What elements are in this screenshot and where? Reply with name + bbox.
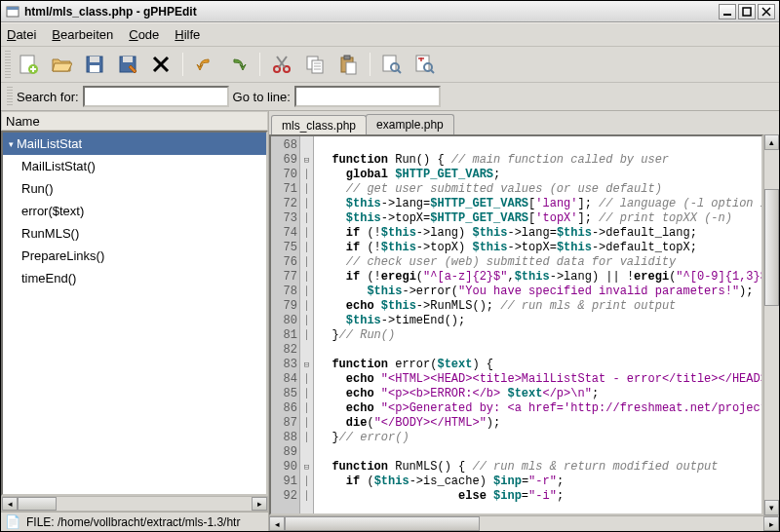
svg-rect-12 xyxy=(90,65,99,72)
app-icon xyxy=(5,4,20,19)
menubar: DateiBearbeitenCodeHilfe xyxy=(1,22,779,46)
svg-rect-11 xyxy=(90,57,99,62)
tree-item[interactable]: error($text) xyxy=(3,200,266,222)
sidebar: Name ▾MailListStatMailListStat()Run()err… xyxy=(1,111,269,531)
toolbar-separator xyxy=(259,53,260,76)
open-file-button[interactable] xyxy=(46,49,77,80)
undo-button[interactable] xyxy=(189,49,220,80)
svg-rect-14 xyxy=(123,57,133,62)
svg-rect-1 xyxy=(7,7,19,10)
toolbar-grip[interactable] xyxy=(5,51,11,78)
goto-input[interactable] xyxy=(294,86,441,107)
search-input[interactable] xyxy=(83,86,229,107)
toolbar xyxy=(1,46,779,83)
searchbar: Search for: Go to line: xyxy=(1,83,779,110)
scroll-left-icon[interactable]: ◂ xyxy=(2,497,18,511)
tree-item[interactable]: MailListStat() xyxy=(3,155,266,177)
line-gutter: 6869707172737475767778798081828384858687… xyxy=(271,136,300,513)
tab[interactable]: mls_class.php xyxy=(271,115,367,135)
close-file-button[interactable] xyxy=(145,49,176,80)
scroll-right-icon[interactable]: ▸ xyxy=(252,497,267,511)
tree-item[interactable]: ▾MailListStat xyxy=(3,133,266,155)
toolbar-separator xyxy=(182,53,183,76)
tree-item-label: Run() xyxy=(21,181,54,196)
goto-label: Go to line: xyxy=(233,90,291,104)
window-title: html/mls_class.php - gPHPEdit xyxy=(24,5,715,19)
scroll-thumb[interactable] xyxy=(764,189,779,306)
editor[interactable]: 6869707172737475767778798081828384858687… xyxy=(269,134,763,515)
sidebar-header[interactable]: Name xyxy=(1,111,268,131)
save-as-button[interactable] xyxy=(112,49,143,80)
scroll-up-icon[interactable]: ▴ xyxy=(764,134,779,150)
search-label: Search for: xyxy=(17,90,79,104)
tree-item-label: error($text) xyxy=(21,204,84,218)
redo-button[interactable] xyxy=(222,49,254,80)
save-button[interactable] xyxy=(79,49,110,80)
svg-line-34 xyxy=(431,70,434,73)
menu-code[interactable]: Code xyxy=(129,27,159,42)
cut-button[interactable] xyxy=(266,49,297,80)
file-icon: 📄 xyxy=(5,514,20,529)
close-button[interactable] xyxy=(758,4,775,19)
svg-line-31 xyxy=(398,70,401,73)
copy-button[interactable] xyxy=(299,49,331,80)
tab[interactable]: example.php xyxy=(366,114,454,134)
statusbar: 📄 FILE: /home/vollbracht/extract/mls-1.3… xyxy=(1,512,268,531)
new-file-button[interactable] xyxy=(13,49,44,80)
paste-button[interactable] xyxy=(332,49,364,80)
replace-button[interactable] xyxy=(410,49,441,80)
tree-expand-icon[interactable]: ▾ xyxy=(9,139,14,149)
status-text: FILE: /home/vollbracht/extract/mls-1.3/h… xyxy=(26,515,240,529)
menu-datei[interactable]: Datei xyxy=(7,27,36,42)
tab-bar: mls_class.phpexample.php xyxy=(269,111,779,134)
scroll-down-icon[interactable]: ▾ xyxy=(764,500,779,515)
titlebar: html/mls_class.php - gPHPEdit xyxy=(1,1,779,22)
tree-item-label: timeEnd() xyxy=(21,271,76,285)
scroll-left-icon[interactable]: ◂ xyxy=(269,516,285,531)
editor-panel: mls_class.phpexample.php 686970717273747… xyxy=(269,111,779,531)
editor-vscroll[interactable]: ▴ ▾ xyxy=(763,134,779,515)
class-tree[interactable]: ▾MailListStatMailListStat()Run()error($t… xyxy=(1,131,268,496)
tree-item-label: MailListStat() xyxy=(21,159,96,173)
tree-item[interactable]: Run() xyxy=(3,177,266,200)
sidebar-hscroll[interactable]: ◂ ▸ xyxy=(1,496,268,512)
menu-bearbeiten[interactable]: Bearbeiten xyxy=(52,27,113,42)
svg-rect-3 xyxy=(743,8,751,16)
scroll-thumb[interactable] xyxy=(285,516,480,531)
editor-hscroll[interactable]: ◂ ▸ xyxy=(269,515,779,531)
scroll-right-icon[interactable]: ▸ xyxy=(763,516,779,531)
find-button[interactable] xyxy=(376,49,408,80)
searchbar-grip[interactable] xyxy=(7,87,13,106)
tree-item-label: MailListStat xyxy=(17,136,82,151)
maximize-button[interactable] xyxy=(738,4,756,19)
tree-item[interactable]: RunMLS() xyxy=(3,222,266,245)
scroll-thumb[interactable] xyxy=(18,497,57,511)
tree-item-label: RunMLS() xyxy=(21,226,79,241)
svg-rect-27 xyxy=(344,56,350,59)
tree-item[interactable]: PrepareLinks() xyxy=(3,245,266,267)
menu-hilfe[interactable]: Hilfe xyxy=(175,27,200,42)
main-area: Name ▾MailListStatMailListStat()Run()err… xyxy=(1,110,779,531)
minimize-button[interactable] xyxy=(719,4,736,19)
code-area[interactable]: function Run() { // main function called… xyxy=(314,136,761,513)
tree-item[interactable]: timeEnd() xyxy=(3,267,266,289)
main-window: html/mls_class.php - gPHPEdit DateiBearb… xyxy=(0,0,780,532)
svg-rect-28 xyxy=(346,62,356,74)
tree-item-label: PrepareLinks() xyxy=(21,248,104,263)
toolbar-separator xyxy=(370,53,370,76)
fold-gutter[interactable]: ⊟││││││││││││⊟│││││⊟││ xyxy=(300,136,314,513)
